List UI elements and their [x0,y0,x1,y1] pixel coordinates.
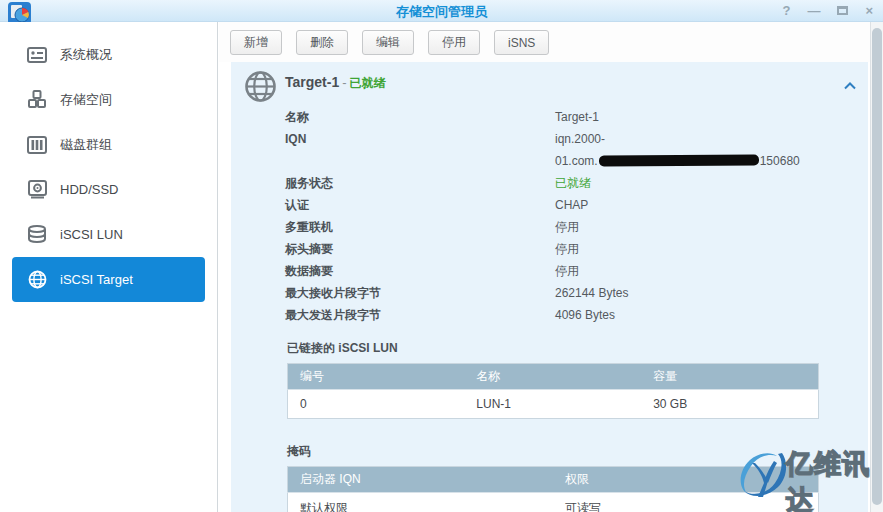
field-value: 停用 [555,216,579,238]
collapse-chevron-up-icon[interactable] [844,76,856,94]
field-value: 停用 [555,260,579,282]
disk-group-icon [26,134,48,156]
lun-number-cell: 0 [288,390,465,419]
sidebar-item-label: 系统概况 [60,46,112,64]
field-value: 4096 Bytes [555,304,615,326]
lun-col-capacity[interactable]: 容量 [641,364,818,390]
mask-col-initiator-iqn[interactable]: 启动器 IQN [288,467,554,493]
sidebar-item-label: 磁盘群组 [60,136,112,154]
sidebar-item-label: iSCSI LUN [60,227,123,242]
sidebar-item-label: 存储空间 [60,91,112,109]
mask-table: 启动器 IQN 权限 默认权限 可读写 [287,466,819,512]
field-row-header-digest: 标头摘要 停用 [285,238,868,260]
field-row-max-receive-segment: 最大接收片段字节 262144 Bytes [285,282,868,304]
sidebar-item-system-overview[interactable]: 系统概况 [12,32,205,77]
toolbar: 新增 删除 编辑 停用 iSNS [219,22,870,62]
field-label: 数据摘要 [285,260,555,282]
mapped-lun-table: 编号 名称 容量 0 LUN-1 30 GB [287,363,819,419]
delete-button[interactable]: 删除 [296,30,348,55]
add-button[interactable]: 新增 [230,30,282,55]
help-icon[interactable]: ? [782,0,790,22]
mask-initiator-cell: 默认权限 [288,493,554,512]
vertical-scrollbar[interactable] [870,22,883,512]
field-row-service-status: 服务状态 已就绪 [285,172,868,194]
field-value-iqn: iqn.2000- 01.com.150680 [555,128,800,172]
mask-permission-cell: 可读写 [553,493,819,512]
window-controls: ? — × [782,0,873,22]
content-area: 新增 删除 编辑 停用 iSNS Target-1-已就绪 名称 [219,22,870,512]
iscsi-target-icon [26,269,48,291]
field-row-multiple-sessions: 多重联机 停用 [285,216,868,238]
sidebar-item-label: HDD/SSD [60,182,119,197]
hdd-ssd-icon [26,179,48,201]
target-title: Target-1-已就绪 [285,74,386,92]
target-status-badge: 已就绪 [350,76,386,90]
field-row-name: 名称 Target-1 [285,106,868,128]
target-name: Target-1 [285,74,339,90]
storage-manager-window: 存储空间管理员 ? — × 系统概况 存储空间 磁盘群组 [0,0,883,512]
field-label: 最大接收片段字节 [285,282,555,304]
field-label: 最大发送片段字节 [285,304,555,326]
edit-button[interactable]: 编辑 [362,30,414,55]
mask-col-permission[interactable]: 权限 [553,467,819,493]
field-label: 名称 [285,106,555,128]
field-value: Target-1 [555,106,599,128]
title-separator: - [339,75,349,90]
field-label: 多重联机 [285,216,555,238]
field-row-iqn: IQN iqn.2000- 01.com.150680 [285,128,868,172]
lun-name-cell: LUN-1 [464,390,641,419]
redaction-mark [599,155,759,167]
target-panel-header[interactable]: Target-1-已就绪 [231,62,868,106]
lun-capacity-cell: 30 GB [641,390,818,419]
lun-table-row[interactable]: 0 LUN-1 30 GB [288,390,819,419]
sidebar-item-hdd-ssd[interactable]: HDD/SSD [12,167,205,212]
iqn-line2-suffix: 150680 [760,154,800,168]
target-globe-icon [244,70,277,107]
sidebar-item-iscsi-lun[interactable]: iSCSI LUN [12,212,205,257]
system-overview-icon [26,44,48,66]
disable-button[interactable]: 停用 [428,30,480,55]
field-label: 标头摘要 [285,238,555,260]
lun-col-name[interactable]: 名称 [464,364,641,390]
lun-col-number[interactable]: 编号 [288,364,465,390]
close-icon[interactable]: × [865,0,873,22]
iqn-line2-prefix: 01.com. [555,154,598,168]
sidebar-item-iscsi-target[interactable]: iSCSI Target [12,257,205,302]
field-row-data-digest: 数据摘要 停用 [285,260,868,282]
field-label: IQN [285,128,555,172]
field-row-authentication: 认证 CHAP [285,194,868,216]
field-value: CHAP [555,194,588,216]
field-row-max-send-segment: 最大发送片段字节 4096 Bytes [285,304,868,326]
sidebar-item-label: iSCSI Target [60,272,133,287]
lun-table-header-row: 编号 名称 容量 [288,364,819,390]
sidebar-item-storage-volume[interactable]: 存储空间 [12,77,205,122]
mask-table-row[interactable]: 默认权限 可读写 [288,493,819,512]
scrollbar-thumb[interactable] [872,28,882,505]
iscsi-lun-icon [26,224,48,246]
field-value: 停用 [555,238,579,260]
sidebar-item-disk-group[interactable]: 磁盘群组 [12,122,205,167]
window-title: 存储空间管理员 [0,3,883,21]
mask-section-title: 掩码 [287,443,868,460]
storage-volume-icon [26,89,48,111]
target-detail-panel: Target-1-已就绪 名称 Target-1 IQN iqn.2000- 0… [231,62,868,512]
field-label: 认证 [285,194,555,216]
titlebar: 存储空间管理员 ? — × [0,0,883,22]
sidebar: 系统概况 存储空间 磁盘群组 HDD/SSD iSCSI LUN [0,22,218,512]
mapped-lun-section-title: 已链接的 iSCSI LUN [287,340,868,357]
maximize-icon[interactable] [837,0,848,22]
field-value: 262144 Bytes [555,282,628,304]
field-value: 已就绪 [555,172,591,194]
target-fields: 名称 Target-1 IQN iqn.2000- 01.com.150680 … [231,106,868,326]
mask-table-header-row: 启动器 IQN 权限 [288,467,819,493]
isns-button[interactable]: iSNS [494,30,549,55]
iqn-line1: iqn.2000- [555,132,605,146]
field-label: 服务状态 [285,172,555,194]
minimize-icon[interactable]: — [807,0,820,22]
